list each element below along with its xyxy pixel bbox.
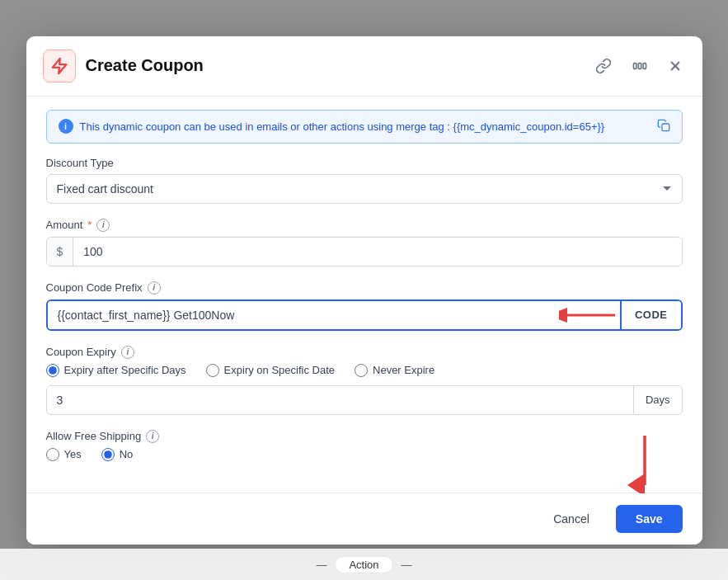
taskbar: — Action — xyxy=(0,549,728,580)
modal-footer: Cancel Save xyxy=(26,493,702,545)
modal-icon xyxy=(43,50,76,83)
svg-rect-6 xyxy=(662,124,669,131)
amount-input[interactable] xyxy=(73,238,681,266)
amount-label: Amount * i xyxy=(46,219,683,232)
info-bar-text: i This dynamic coupon can be used in ema… xyxy=(59,119,605,134)
days-input-wrapper: Days xyxy=(46,385,683,415)
svg-marker-0 xyxy=(52,58,66,73)
expiry-specific-date-radio[interactable] xyxy=(206,364,219,377)
close-icon xyxy=(668,59,683,73)
expiry-never-radio[interactable] xyxy=(355,364,368,377)
info-bar-message: This dynamic coupon can be used in email… xyxy=(80,120,605,133)
taskbar-label: — xyxy=(316,559,326,571)
days-input[interactable] xyxy=(47,386,633,414)
coupon-code-prefix-group: Coupon Code Prefix i CODE xyxy=(46,281,683,331)
expiry-specific-date-option[interactable]: Expiry on Specific Date xyxy=(206,364,335,377)
coupon-expiry-label: Coupon Expiry i xyxy=(46,346,683,359)
amount-input-wrapper: $ xyxy=(46,237,683,266)
days-suffix: Days xyxy=(633,386,682,413)
taskbar-dash: — xyxy=(402,559,412,571)
free-shipping-radio-group: Yes No xyxy=(46,448,683,461)
free-shipping-yes-label: Yes xyxy=(64,448,82,460)
modal-overlay: Create Coupon xyxy=(0,0,728,580)
amount-help-icon[interactable]: i xyxy=(96,219,110,232)
svg-rect-3 xyxy=(643,63,646,68)
discount-type-label: Discount Type xyxy=(46,157,683,169)
modal-title: Create Coupon xyxy=(86,56,582,75)
modal-header-actions xyxy=(592,54,686,78)
expiry-specific-days-label: Expiry after Specific Days xyxy=(64,364,186,376)
create-coupon-modal: Create Coupon xyxy=(26,36,702,545)
free-shipping-no-option[interactable]: No xyxy=(101,448,134,461)
coupon-code-prefix-input[interactable] xyxy=(48,301,620,329)
free-shipping-group: Allow Free Shipping i Yes No xyxy=(46,430,683,461)
merge-tags-button[interactable] xyxy=(628,54,651,78)
free-shipping-yes-option[interactable]: Yes xyxy=(46,448,82,461)
modal-body: i This dynamic coupon can be used in ema… xyxy=(26,97,702,493)
merge-tags-icon xyxy=(632,58,648,74)
free-shipping-help-icon[interactable]: i xyxy=(146,430,159,443)
close-button[interactable] xyxy=(665,55,686,77)
info-bar: i This dynamic coupon can be used in ema… xyxy=(46,110,683,144)
required-indicator: * xyxy=(87,219,92,231)
coupon-prefix-input-wrapper: CODE xyxy=(46,299,683,331)
discount-type-select[interactable]: Fixed cart discount xyxy=(46,174,683,204)
taskbar-action: Action xyxy=(335,556,392,573)
info-dot: i xyxy=(59,119,73,134)
expiry-specific-days-radio[interactable] xyxy=(46,364,59,377)
amount-group: Amount * i $ xyxy=(46,219,683,266)
link-icon-button[interactable] xyxy=(592,54,615,78)
expiry-help-icon[interactable]: i xyxy=(121,346,134,359)
cancel-button[interactable]: Cancel xyxy=(537,505,606,533)
svg-rect-2 xyxy=(638,63,641,68)
expiry-never-label: Never Expire xyxy=(373,364,434,376)
free-shipping-label: Allow Free Shipping i xyxy=(46,430,683,443)
coupon-code-input-wrap: CODE xyxy=(46,299,683,331)
coupon-code-prefix-label: Coupon Code Prefix i xyxy=(46,281,683,295)
discount-type-group: Discount Type Fixed cart discount xyxy=(46,157,683,204)
amount-prefix: $ xyxy=(47,238,74,266)
save-button[interactable]: Save xyxy=(616,505,683,533)
free-shipping-no-label: No xyxy=(120,448,134,460)
copy-icon-button[interactable] xyxy=(657,119,670,134)
modal-header: Create Coupon xyxy=(26,36,702,97)
expiry-specific-days-option[interactable]: Expiry after Specific Days xyxy=(46,364,186,377)
lightning-bolt-icon xyxy=(50,57,68,75)
expiry-specific-date-label: Expiry on Specific Date xyxy=(224,364,335,376)
coupon-prefix-help-icon[interactable]: i xyxy=(148,281,161,295)
free-shipping-yes-radio[interactable] xyxy=(46,448,59,461)
coupon-expiry-group: Coupon Expiry i Expiry after Specific Da… xyxy=(46,346,683,415)
expiry-never-option[interactable]: Never Expire xyxy=(355,364,434,377)
free-shipping-no-radio[interactable] xyxy=(101,448,115,461)
code-button[interactable]: CODE xyxy=(620,301,681,329)
link-icon xyxy=(595,58,612,74)
expiry-radio-group: Expiry after Specific Days Expiry on Spe… xyxy=(46,364,683,377)
svg-rect-1 xyxy=(633,63,636,68)
